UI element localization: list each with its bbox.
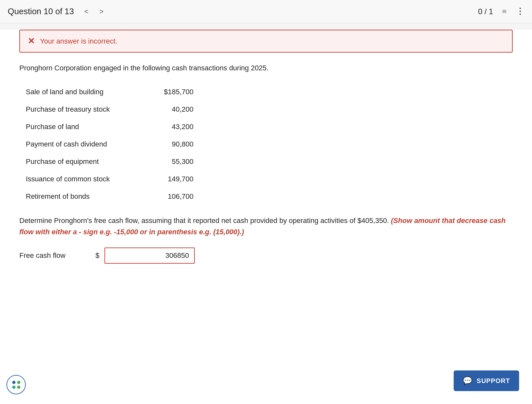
transaction-label: Purchase of land (26, 123, 148, 131)
table-row: Payment of cash dividend 90,800 (26, 136, 513, 153)
logo-dot-3 (12, 386, 15, 389)
transaction-amount: 90,800 (148, 140, 193, 148)
bottom-logo (6, 375, 26, 394)
main-content: ✕ Your answer is incorrect. Pronghorn Co… (0, 30, 532, 404)
support-chat-icon: 💬 (463, 376, 473, 385)
error-x-icon: ✕ (28, 36, 35, 46)
transaction-amount: 149,700 (148, 175, 193, 183)
table-row: Retirement of bonds 106,700 (26, 188, 513, 205)
logo-dot-1 (12, 381, 15, 384)
support-label: SUPPORT (477, 377, 510, 385)
table-row: Sale of land and building $185,700 (26, 83, 513, 101)
transaction-amount: 43,200 (148, 123, 193, 131)
transactions-table: Sale of land and building $185,700 Purch… (26, 83, 513, 205)
table-row: Issuance of common stock 149,700 (26, 170, 513, 188)
prev-question-button[interactable]: < (82, 6, 91, 17)
error-banner: ✕ Your answer is incorrect. (19, 30, 513, 53)
answer-area: Free cash flow $ (19, 247, 513, 264)
transaction-amount: $185,700 (148, 88, 193, 96)
score-display: 0 / 1 (478, 7, 493, 16)
transaction-amount: 106,700 (148, 192, 193, 201)
transaction-amount: 40,200 (148, 105, 193, 114)
table-row: Purchase of treasury stock 40,200 (26, 101, 513, 118)
transaction-amount: 55,300 (148, 157, 193, 166)
logo-dot-2 (17, 381, 20, 384)
transaction-label: Purchase of treasury stock (26, 105, 148, 114)
question-instructions: Determine Pronghorn's free cash flow, as… (19, 215, 513, 237)
next-question-button[interactable]: > (97, 6, 106, 17)
transaction-label: Issuance of common stock (26, 175, 148, 183)
logo-dot-4 (17, 386, 20, 389)
transaction-label: Purchase of equipment (26, 157, 148, 166)
question-navigation: < > (82, 6, 106, 17)
free-cash-flow-input[interactable] (104, 247, 195, 264)
question-intro: Pronghorn Corporation engaged in the fol… (19, 62, 513, 74)
instructions-normal: Determine Pronghorn's free cash flow, as… (19, 217, 391, 225)
transaction-label: Retirement of bonds (26, 192, 148, 201)
logo-dots (12, 381, 20, 389)
error-message: Your answer is incorrect. (40, 37, 117, 45)
header-right-controls: 0 / 1 ≡ ⋮ (478, 6, 524, 16)
table-row: Purchase of equipment 55,300 (26, 153, 513, 170)
table-row: Purchase of land 43,200 (26, 118, 513, 136)
dollar-sign: $ (95, 251, 99, 260)
answer-label: Free cash flow (19, 251, 90, 260)
list-icon[interactable]: ≡ (502, 7, 507, 16)
page-header: Question 10 of 13 < > 0 / 1 ≡ ⋮ (0, 0, 532, 23)
transaction-label: Sale of land and building (26, 88, 148, 96)
question-counter: Question 10 of 13 (8, 6, 74, 16)
transaction-label: Payment of cash dividend (26, 140, 148, 148)
more-options-icon[interactable]: ⋮ (516, 6, 524, 16)
support-button[interactable]: 💬 SUPPORT (454, 370, 519, 391)
